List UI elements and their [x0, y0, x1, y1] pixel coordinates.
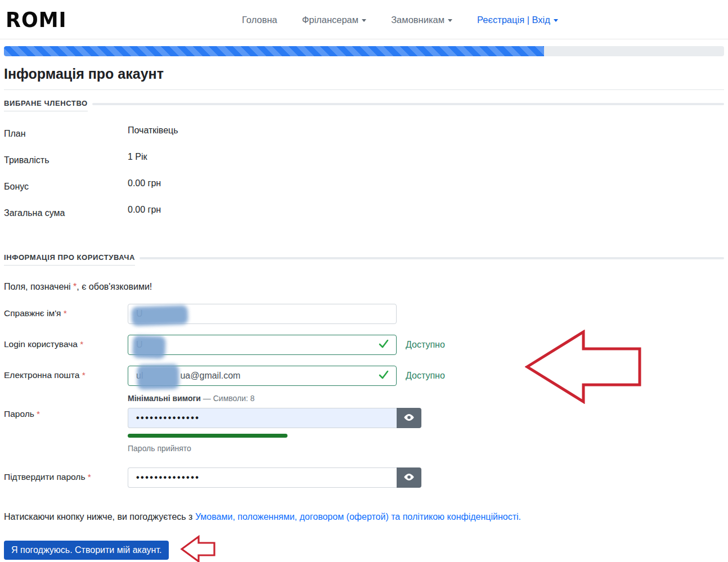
chevron-down-icon [554, 19, 558, 22]
create-account-button[interactable]: Я погоджуюсь. Створити мій акаунт. [4, 541, 169, 560]
membership-row-bonus: Бонус 0.00 грн [4, 178, 724, 204]
site-header: ROMI Головна Фрілансерам Замовникам Реєс… [0, 0, 728, 39]
checkmark-icon [378, 369, 389, 383]
field-row-confirm-password: Підтвердити пароль * •••••••••••••• [4, 467, 724, 488]
nav-item-freelancers[interactable]: Фрілансерам [302, 15, 366, 25]
real-name-label: Справжнє ім'я * [4, 304, 128, 318]
eye-icon [403, 411, 415, 425]
email-availability-status: Доступно [406, 366, 445, 381]
registration-progress-track [4, 46, 724, 56]
terms-agreement-text: Натискаючи кнопку нижче, ви погоджуєтесь… [4, 512, 724, 522]
membership-summary: План Початківець Тривалість 1 Рік Бонус … [4, 125, 724, 231]
toggle-confirm-password-visibility-button[interactable] [397, 467, 421, 488]
password-strength-bar [128, 434, 287, 438]
nav-item-register-login[interactable]: Реєстрація | Вхід [477, 15, 558, 25]
password-strength-text: Пароль прийнято [128, 444, 421, 453]
section-divider [92, 103, 724, 105]
annotation-arrow-small [180, 535, 216, 562]
login-input[interactable]: U [128, 335, 397, 355]
confirm-password-input[interactable]: •••••••••••••• [128, 467, 397, 488]
real-name-input[interactable]: U [128, 304, 397, 324]
checkmark-icon [378, 338, 389, 352]
terms-link[interactable]: Умовами, положеннями, договором (офертой… [195, 512, 521, 521]
password-label: Пароль * [4, 394, 128, 419]
email-input[interactable]: ulua@gmail.com [128, 366, 397, 386]
section-title-user-info: ІНФОРМАЦІЯ ПРО КОРИСТУВАЧА [4, 253, 135, 266]
membership-row-total: Загальна сума 0.00 грн [4, 204, 724, 231]
email-label: Електронна пошта * [4, 366, 128, 380]
login-availability-status: Доступно [406, 335, 445, 350]
nav-item-home[interactable]: Головна [242, 15, 277, 25]
confirm-password-label: Підтвердити пароль * [4, 467, 128, 482]
redaction-smudge [132, 335, 165, 359]
redaction-smudge [131, 305, 188, 326]
toggle-password-visibility-button[interactable] [397, 408, 421, 428]
password-input[interactable]: •••••••••••••• [128, 408, 397, 428]
membership-row-duration: Тривалість 1 Рік [4, 151, 724, 178]
redaction-smudge [137, 364, 179, 389]
chevron-down-icon [362, 19, 366, 22]
membership-row-plan: План Початківець [4, 125, 724, 151]
eye-icon [403, 471, 415, 485]
annotation-arrow-large [525, 330, 642, 406]
page-title: Інформація про акаунт [4, 66, 724, 82]
chevron-down-icon [448, 19, 452, 22]
progress-bar-fill [4, 46, 544, 56]
nav-item-customers[interactable]: Замовникам [391, 15, 452, 25]
login-label: Login користувача * [4, 335, 128, 349]
main-nav: Головна Фрілансерам Замовникам Реєстраці… [242, 0, 558, 39]
divider [4, 89, 724, 90]
section-title-membership: ВИБРАНЕ ЧЛЕНСТВО [4, 99, 88, 111]
required-fields-note: Поля, позначені *, є обов'язковими! [4, 282, 724, 292]
romi-logo[interactable]: ROMI [6, 8, 67, 32]
section-divider [140, 257, 724, 259]
password-requirements: Мінімальні вимоги — Символи: 8 [128, 394, 421, 403]
field-row-real-name: Справжнє ім'я * U [4, 304, 724, 324]
